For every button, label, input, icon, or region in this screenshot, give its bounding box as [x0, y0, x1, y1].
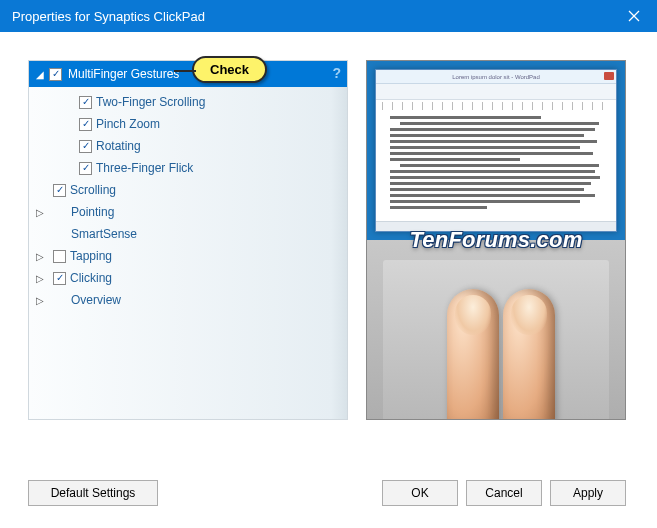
preview-doc-toolbar: [376, 84, 616, 100]
dialog-content: ◢ ✓ MultiFinger Gestures ? ✓ Two-Finger …: [0, 32, 657, 528]
finger-one: [447, 289, 499, 419]
expand-icon[interactable]: ▷: [33, 293, 47, 307]
tree-item-multifinger[interactable]: ◢ ✓ MultiFinger Gestures ?: [29, 61, 347, 87]
tree-item-label: Overview: [67, 293, 121, 307]
titlebar: Properties for Synaptics ClickPad: [0, 0, 657, 32]
tree-item-label: Pointing: [67, 205, 114, 219]
tree-item-pointing[interactable]: ▷ Pointing: [29, 201, 347, 223]
tree-item-label: Scrolling: [66, 183, 116, 197]
checkbox-multifinger[interactable]: ✓: [49, 68, 62, 81]
tree-body: ✓ Two-Finger Scrolling ✓ Pinch Zoom ✓ Ro…: [29, 87, 347, 311]
tree-item-pinch-zoom[interactable]: ✓ Pinch Zoom: [29, 113, 347, 135]
tree-item-overview[interactable]: ▷ Overview: [29, 289, 347, 311]
finger-two: [503, 289, 555, 419]
tree-item-tapping[interactable]: ▷ Tapping: [29, 245, 347, 267]
preview-document-window: Lorem ipsum dolor sit - WordPad: [375, 69, 617, 232]
checkbox[interactable]: [53, 250, 66, 263]
close-button[interactable]: [611, 0, 657, 32]
tree-item-label: Tapping: [66, 249, 112, 263]
tree-item-three-finger-flick[interactable]: ✓ Three-Finger Flick: [29, 157, 347, 179]
help-icon[interactable]: ?: [332, 65, 341, 81]
apply-button[interactable]: Apply: [550, 480, 626, 506]
tree-item-scrolling[interactable]: ✓ Scrolling: [29, 179, 347, 201]
callout-pointer: [174, 70, 196, 72]
callout-bubble: Check: [192, 56, 267, 83]
tree-item-two-finger-scrolling[interactable]: ✓ Two-Finger Scrolling: [29, 91, 347, 113]
expand-icon[interactable]: ▷: [33, 249, 47, 263]
settings-tree: ◢ ✓ MultiFinger Gestures ? ✓ Two-Finger …: [28, 60, 348, 420]
properties-window: Properties for Synaptics ClickPad ◢ ✓ Mu…: [0, 0, 657, 528]
expand-icon[interactable]: ▷: [33, 205, 47, 219]
preview-doc-statusbar: [376, 221, 616, 231]
checkbox[interactable]: ✓: [53, 272, 66, 285]
checkbox[interactable]: ✓: [53, 184, 66, 197]
default-settings-button[interactable]: Default Settings: [28, 480, 158, 506]
preview-doc-title: Lorem ipsum dolor sit - WordPad: [452, 74, 540, 80]
checkbox[interactable]: ✓: [79, 96, 92, 109]
tree-item-rotating[interactable]: ✓ Rotating: [29, 135, 347, 157]
preview-doc-ruler: [382, 102, 610, 110]
tree-item-label: Rotating: [92, 139, 141, 153]
gesture-preview: Lorem ipsum dolor sit - WordPad: [366, 60, 626, 420]
tree-item-label: Pinch Zoom: [92, 117, 160, 131]
preview-screen: Lorem ipsum dolor sit - WordPad: [367, 61, 625, 240]
checkbox[interactable]: ✓: [79, 162, 92, 175]
tree-item-smartsense[interactable]: SmartSense: [29, 223, 347, 245]
checkbox[interactable]: ✓: [79, 118, 92, 131]
close-icon: [628, 10, 640, 22]
tree-item-clicking[interactable]: ▷ ✓ Clicking: [29, 267, 347, 289]
close-icon: [604, 72, 614, 80]
preview-touchpad: [367, 240, 625, 419]
checkbox[interactable]: ✓: [79, 140, 92, 153]
tree-item-label: SmartSense: [67, 227, 137, 241]
tree-item-label: Clicking: [66, 271, 112, 285]
preview-doc-body: [376, 112, 616, 221]
dialog-buttons: Default Settings OK Cancel Apply: [0, 480, 657, 510]
window-title: Properties for Synaptics ClickPad: [12, 9, 205, 24]
ok-button[interactable]: OK: [382, 480, 458, 506]
callout-check: Check: [192, 56, 267, 83]
preview-doc-titlebar: Lorem ipsum dolor sit - WordPad: [376, 70, 616, 84]
expand-icon[interactable]: ▷: [33, 271, 47, 285]
collapse-icon[interactable]: ◢: [33, 67, 47, 81]
cancel-button[interactable]: Cancel: [466, 480, 542, 506]
tree-item-label: Two-Finger Scrolling: [92, 95, 205, 109]
tree-item-label: Three-Finger Flick: [92, 161, 193, 175]
